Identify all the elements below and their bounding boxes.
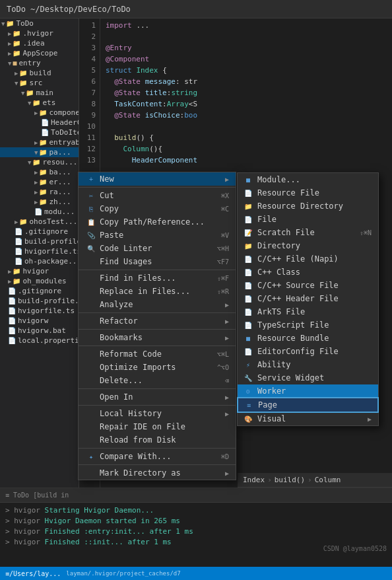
submenu-item-resourcebundle[interactable]: ■ Resource Bundle	[238, 332, 378, 345]
arrow-icon: ▶	[15, 219, 18, 225]
menu-item-findusages[interactable]: Find Usages ⌥F7	[79, 255, 236, 268]
list-item[interactable]: ▶ 📁 ba...	[0, 167, 79, 177]
tree-label: pa...	[49, 148, 71, 157]
menu-item-comparewith[interactable]: ✦ Compare With... ⌘D	[79, 450, 236, 463]
list-item[interactable]: 📄 local.propertie...	[0, 336, 79, 345]
list-item[interactable]: ▼ 📁 resou...	[0, 157, 79, 167]
folder-icon: 📁	[13, 40, 20, 47]
code-line: HeaderComponent	[106, 155, 392, 166]
submenu-label: File	[257, 215, 277, 224]
list-item[interactable]: ▶ 📁 er...	[0, 177, 79, 187]
arrow-icon: ▶	[34, 189, 38, 196]
tree-label: ra...	[49, 188, 71, 196]
list-item-selected[interactable]: ▼ 📁 pa...	[0, 147, 79, 157]
menu-item-refactor[interactable]: Refactor ▶	[79, 314, 236, 328]
menu-item-bookmarks[interactable]: Bookmarks ▶	[79, 331, 236, 344]
list-item[interactable]: ▼ 📁 ets	[0, 98, 79, 108]
list-item[interactable]: ▶ 📁 entryability	[0, 137, 79, 147]
menu-label: Refactor	[100, 316, 138, 326]
submenu-item-scratchfile[interactable]: 📝 Scratch File ⇧⌘N	[238, 226, 378, 239]
submenu-item-module[interactable]: ■ Module...	[238, 173, 378, 186]
list-item[interactable]: 📄 build-profile...	[0, 236, 79, 246]
submenu-item-cppheader[interactable]: 📄 C/C++ Header File	[238, 292, 378, 305]
code-line: Column(){	[106, 143, 392, 155]
menu-item-paste[interactable]: 📎 Paste ⌘V	[79, 229, 236, 242]
breadcrumb-item[interactable]: Index	[243, 476, 265, 484]
list-item[interactable]: 📄 HeaderComponent.ets	[0, 118, 79, 127]
submenu-item-visual[interactable]: 🎨 Visual ▶	[238, 412, 378, 425]
separator	[79, 329, 236, 330]
submenu-item-directory[interactable]: 📁 Directory	[238, 239, 378, 252]
menu-item-openin[interactable]: Open In ▶	[79, 390, 236, 404]
list-item[interactable]: 📄 modu...	[0, 207, 79, 217]
menu-item-reloadfromdisk[interactable]: Reload from Disk	[79, 433, 236, 447]
submenu-item-arkts[interactable]: 📄 ArkTS File	[238, 305, 378, 318]
list-item[interactable]: ▶ 📁 oh_modules	[0, 276, 79, 286]
list-item[interactable]: ▶ 📁 zh...	[0, 197, 79, 207]
cut-icon: ✂	[86, 192, 96, 199]
list-item[interactable]: 📄 .gitignore	[0, 227, 79, 236]
submenu-item-worker[interactable]: ⚙ Worker	[238, 384, 378, 398]
list-item[interactable]: 📄 hvigorfile.ts	[0, 306, 79, 316]
submenu-item-editorconfig[interactable]: 📄 EditorConfig File	[238, 345, 378, 358]
submenu-item-ability[interactable]: ⚡ Ability	[238, 358, 378, 371]
menu-item-analyze[interactable]: Analyze ▶	[79, 298, 236, 311]
menu-item-optimizeimports[interactable]: Optimize Imports ^⌥O	[79, 361, 236, 374]
tree-label: zh...	[49, 198, 71, 206]
submenu-item-resourcefile[interactable]: 📄 Resource File	[238, 186, 378, 199]
list-item[interactable]: ▶ 📁 build	[0, 68, 79, 78]
menu-item-delete[interactable]: Delete... ⌫	[79, 374, 236, 387]
submenu-item-page[interactable]: ≡ Page	[238, 398, 378, 412]
submenu-item-servicewidget[interactable]: 🔧 Service Widget	[238, 371, 378, 384]
list-item[interactable]: ▶ 📁 ohosTest...	[0, 217, 79, 227]
list-item[interactable]: ▶ 📁 components	[0, 108, 79, 118]
list-item[interactable]: ▶ 📁 ra...	[0, 187, 79, 197]
submenu-item-typescript[interactable]: 📄 TypeScript File	[238, 318, 378, 332]
list-item[interactable]: 📄 hvigorw	[0, 316, 79, 326]
tree-root[interactable]: ▼ 📁 ToDo	[0, 18, 79, 28]
tree-label: ToDo	[16, 19, 34, 28]
terminal-line: > hvigor Finished :entry:init... after 1…	[5, 526, 387, 537]
menu-item-markdirectoryas[interactable]: Mark Directory as ▶	[79, 466, 236, 480]
submenu-item-file[interactable]: 📄 File	[238, 213, 378, 226]
arrow-icon: ▼	[1, 20, 5, 27]
menu-item-localhistory[interactable]: Local History ▶	[79, 407, 236, 420]
menu-item-new[interactable]: + New ▶ ■ Module... 📄 Resource File 📁 Re…	[79, 172, 236, 186]
list-item[interactable]: 📄 hvigorfile.ts	[0, 246, 79, 256]
breadcrumb-item[interactable]: Column	[315, 476, 341, 484]
module-icon: ■	[243, 176, 253, 184]
list-item[interactable]: ▶ 📁 hvigor	[0, 266, 79, 276]
tree-label: ba...	[49, 168, 71, 176]
list-item[interactable]: 📄 .gitignore	[0, 286, 79, 296]
submenu-item-cnapi[interactable]: 📄 C/C++ File (Napi)	[238, 252, 378, 266]
submenu-item-cppsource[interactable]: 📄 C/C++ Source File	[238, 279, 378, 292]
menu-item-cut[interactable]: ✂ Cut ⌘X	[79, 189, 236, 202]
submenu-item-resourcedirectory[interactable]: 📁 Resource Directory	[238, 199, 378, 213]
menu-label: Compare With...	[100, 452, 171, 461]
list-item[interactable]: ▶ 📁 AppScope	[0, 48, 79, 58]
menu-item-codelinter[interactable]: 🔍 Code Linter ⌥⌘H	[79, 242, 236, 255]
shortcut: ⌘V	[221, 232, 229, 239]
list-item[interactable]: 📄 build-profile.js	[0, 296, 79, 306]
list-item[interactable]: 📄 hvigorw.bat	[0, 326, 79, 336]
directory-icon: 📁	[243, 242, 253, 250]
menu-item-copy[interactable]: ⎘ Copy ⌘C	[79, 202, 236, 215]
submenu-label: Resource Directory	[257, 201, 343, 211]
list-item[interactable]: ▶ 📁 .idea	[0, 38, 79, 48]
list-item[interactable]: 📄 ToDoItemComponent.ets	[0, 127, 79, 137]
list-item[interactable]: ▼ ■ entry	[0, 58, 79, 68]
tree-label: AppScope	[22, 49, 57, 57]
menu-item-repairide[interactable]: Repair IDE on File	[79, 420, 236, 433]
list-item[interactable]: ▼ 📁 main	[0, 88, 79, 98]
menu-item-findinfiles[interactable]: Find in Files... ⇧⌘F	[79, 272, 236, 285]
list-item[interactable]: ▼ 📁 src	[0, 78, 79, 88]
submenu-item-cppclass[interactable]: 📄 C++ Class	[238, 266, 378, 279]
menu-item-replaceinfiles[interactable]: Replace in Files... ⇧⌘R	[79, 285, 236, 298]
list-item[interactable]: 📄 oh-package...	[0, 256, 79, 266]
list-item[interactable]: ▶ 📁 .hvigor	[0, 28, 79, 38]
breadcrumb-item[interactable]: build()	[275, 476, 305, 484]
folder-icon: 📁	[19, 79, 27, 87]
menu-item-copypath[interactable]: 📋 Copy Path/Reference...	[79, 215, 236, 229]
title-bar: ToDo ~/Desktop/DevEco/ToDo	[0, 0, 392, 18]
menu-item-reformatcode[interactable]: Reformat Code ⌥⌘L	[79, 347, 236, 361]
